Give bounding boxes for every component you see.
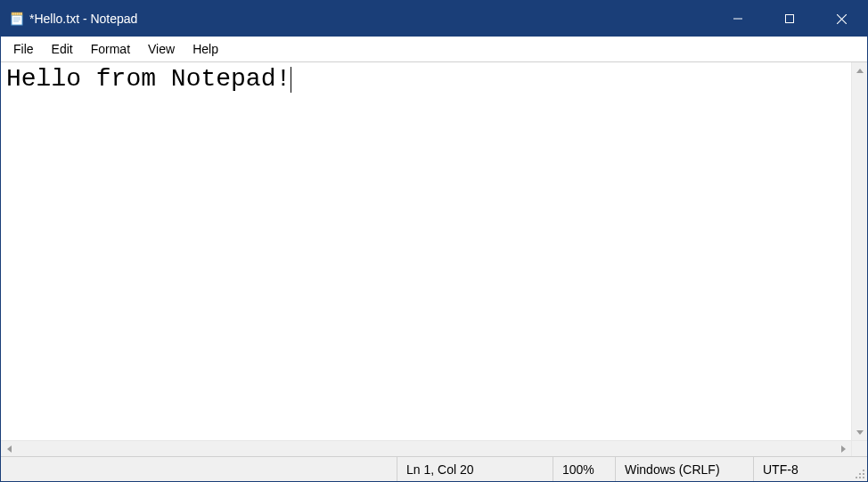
status-line-ending: Windows (CRLF) (615, 457, 753, 481)
editor-content: Hello from Notepad! (6, 65, 291, 93)
scroll-up-icon[interactable] (852, 62, 867, 78)
titlebar-controls (712, 1, 867, 37)
svg-rect-11 (786, 15, 794, 23)
scrollbar-corner (851, 441, 867, 457)
svg-point-16 (863, 473, 864, 475)
svg-point-17 (856, 477, 857, 478)
vertical-scrollbar[interactable] (851, 62, 867, 440)
svg-rect-0 (12, 15, 22, 25)
svg-point-15 (859, 473, 861, 475)
svg-rect-1 (12, 12, 22, 15)
minimize-button[interactable] (712, 1, 764, 37)
status-spacer (1, 457, 397, 481)
notepad-window: *Hello.txt - Notepad File Edit Format Vi… (0, 0, 868, 482)
status-encoding: UTF-8 (753, 457, 851, 481)
statusbar: Ln 1, Col 20 100% Windows (CRLF) UTF-8 (1, 456, 867, 481)
status-position: Ln 1, Col 20 (397, 457, 553, 481)
resize-grip[interactable] (851, 457, 867, 481)
window-title: *Hello.txt - Notepad (29, 12, 137, 26)
text-editor[interactable]: Hello from Notepad! (1, 62, 851, 440)
scroll-down-icon[interactable] (852, 424, 867, 440)
menu-view[interactable]: View (139, 38, 184, 60)
horizontal-scrollbar[interactable] (1, 440, 867, 456)
status-zoom: 100% (553, 457, 615, 481)
titlebar[interactable]: *Hello.txt - Notepad (1, 1, 867, 37)
scroll-left-icon[interactable] (1, 441, 17, 457)
svg-point-19 (863, 477, 864, 478)
editor-area: Hello from Notepad! (1, 61, 867, 456)
notepad-icon (10, 12, 24, 26)
menu-file[interactable]: File (4, 38, 43, 60)
scroll-right-icon[interactable] (835, 441, 851, 457)
menubar: File Edit Format View Help (1, 37, 867, 61)
menu-format[interactable]: Format (82, 38, 139, 60)
menu-help[interactable]: Help (184, 38, 227, 60)
menu-edit[interactable]: Edit (43, 38, 82, 60)
close-button[interactable] (815, 1, 867, 37)
svg-point-18 (859, 477, 861, 478)
text-caret (291, 67, 291, 93)
maximize-button[interactable] (764, 1, 815, 37)
svg-point-14 (863, 470, 864, 471)
